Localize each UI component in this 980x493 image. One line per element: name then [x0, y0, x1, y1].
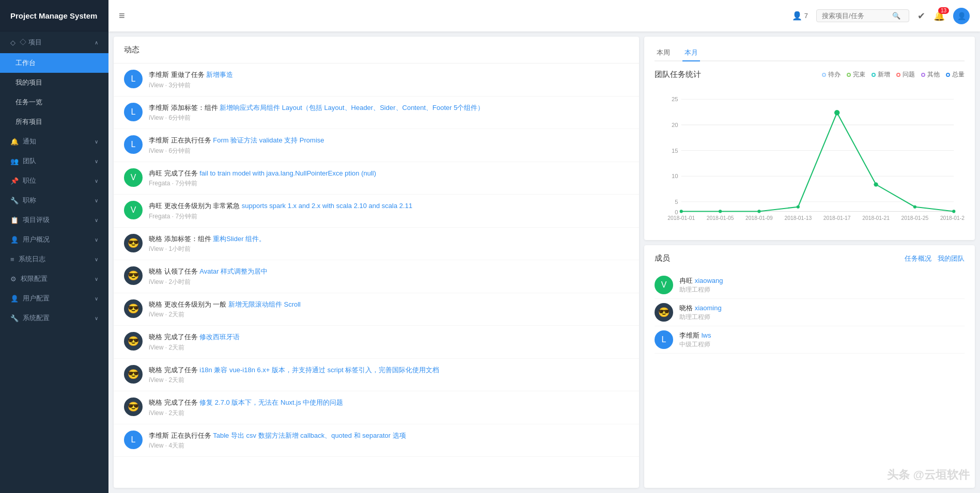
search-input[interactable]: [822, 12, 889, 20]
sidebar-group-team[interactable]: 👥 团队 ∨: [0, 151, 108, 171]
legend-label: 问题: [903, 70, 915, 79]
member-handle[interactable]: xiaowang: [695, 277, 723, 284]
sidebar-group-system-log[interactable]: ≡ 系统日志 ∨: [0, 249, 108, 269]
sidebar-group-position[interactable]: 📌 职位 ∨: [0, 171, 108, 190]
feed-user: 晓格: [149, 399, 162, 406]
feed-title: 动态: [114, 37, 639, 63]
svg-text:20: 20: [672, 122, 678, 128]
feed-action: 正在执行任务: [171, 432, 213, 439]
members-links: 任务概况 我的团队: [905, 254, 965, 263]
member-role: 助理工程师: [679, 285, 723, 294]
feed-task-link[interactable]: supports spark 1.x and 2.x with scala 2.…: [242, 202, 412, 210]
feed-task-link[interactable]: Form 验证方法 validate 支持 Promise: [213, 136, 324, 144]
sidebar-project-section[interactable]: ◇ ◇ 项目 ∧: [0, 31, 108, 53]
feed-time: 2天前: [168, 409, 184, 417]
permission-icon: ⚙: [10, 275, 17, 283]
sidebar-group-notice[interactable]: 🔔 通知 ∨: [0, 132, 108, 151]
legend-item: 总量: [946, 70, 965, 79]
feed-body: 晓格 添加标签：组件 重构Slider 组件。 iView · 1小时前: [149, 234, 629, 254]
right-panel: 本周 本月 团队任务统计 待办完束新增问题其他总量 25 20: [644, 37, 975, 488]
feed-item: L 李维斯 正在执行任务 Table 导出 csv 数据方法新增 callbac…: [114, 424, 639, 457]
legend-item: 问题: [896, 70, 915, 79]
tab-week[interactable]: 本周: [655, 45, 672, 61]
feed-task-link[interactable]: 新增事造: [206, 71, 233, 78]
chevron-down-icon: ∨: [95, 237, 98, 243]
feed-project: iView: [149, 442, 163, 449]
task-overview-link[interactable]: 任务概况: [905, 254, 931, 263]
feed-project: iView: [149, 409, 163, 417]
legend-item: 完束: [847, 70, 865, 79]
avatar-icon: 👤: [957, 12, 966, 20]
sidebar-group-user-config[interactable]: 👤 用户配置 ∨: [0, 289, 108, 308]
bell-icon[interactable]: 🔔 13: [934, 10, 945, 22]
sidebar-group-user-overview[interactable]: 👤 用户概况 ∨: [0, 230, 108, 249]
member-avatar: 😎: [655, 303, 673, 322]
feed-task-link[interactable]: fail to train model with java.lang.NullP…: [199, 169, 376, 177]
sidebar-group-title[interactable]: 🔧 职称 ∨: [0, 190, 108, 210]
sidebar-item-my-projects[interactable]: 我的项目: [0, 73, 108, 92]
svg-text:2018-01-21: 2018-01-21: [862, 215, 890, 221]
user-avatar[interactable]: 👤: [953, 8, 970, 24]
sidebar-item-workbench[interactable]: 工作台: [0, 53, 108, 73]
feed-action: 完成了任务: [164, 333, 200, 341]
search-box[interactable]: 🔍: [816, 9, 909, 22]
my-team-link[interactable]: 我的团队: [938, 254, 965, 263]
feed-task-link[interactable]: Avatar 样式调整为居中: [199, 267, 268, 275]
feed-item: 😎 晓格 完成了任务 修改西班牙语 iView · 2天前: [114, 326, 639, 359]
sidebar-group-permission[interactable]: ⚙ 权限配置 ∨: [0, 269, 108, 289]
member-handle[interactable]: xiaoming: [695, 304, 722, 312]
feed-task-link[interactable]: i18n 兼容 vue-i18n 6.x+ 版本，并支持通过 script 标签…: [199, 366, 439, 374]
svg-point-13: [719, 210, 722, 213]
feed-body: 晓格 更改任务级别为 一般 新增无限滚动组件 Scroll iView · 2天…: [149, 299, 629, 320]
chevron-up-icon: ∧: [95, 40, 98, 45]
feed-action: 更改任务级别为 非常紧急: [164, 202, 242, 210]
feed-avatar: 😎: [124, 266, 143, 285]
feed-main-text: 冉旺 更改任务级别为 非常紧急 supports spark 1.x and 2…: [149, 201, 629, 211]
sidebar-project-label: ◇ 项目: [20, 38, 42, 47]
feed-task-link[interactable]: 修改西班牙语: [199, 333, 240, 341]
tab-month[interactable]: 本月: [682, 45, 700, 61]
feed-project: Fregata: [149, 180, 170, 187]
feed-user: 晓格: [149, 235, 162, 243]
svg-point-17: [874, 182, 878, 186]
chevron-down-icon: ∨: [95, 139, 98, 145]
diamond-icon: ◇: [10, 39, 15, 46]
user-count-number: 7: [804, 12, 808, 20]
hamburger-icon[interactable]: ≡: [119, 10, 125, 22]
checkmark-icon[interactable]: ✔: [917, 10, 925, 22]
feed-task-link[interactable]: Table 导出 csv 数据方法新增 callback、quoted 和 se…: [213, 432, 406, 439]
sidebar-item-all-projects[interactable]: 所有项目: [0, 112, 108, 132]
feed-task-link[interactable]: 重构Slider 组件。: [213, 235, 266, 243]
feed-body: 冉旺 完成了任务 fail to train model with java.l…: [149, 168, 629, 188]
member-handle[interactable]: lws: [702, 331, 711, 339]
feed-meta: iView · 3分钟前: [149, 81, 629, 90]
feed-project: iView: [149, 147, 163, 154]
feed-main-text: 晓格 完成了任务 i18n 兼容 vue-i18n 6.x+ 版本，并支持通过 …: [149, 365, 629, 375]
feed-action: 添加标签：组件: [171, 104, 220, 112]
chevron-down-icon: ∨: [95, 198, 98, 203]
sidebar-group-system-config[interactable]: 🔧 系统配置 ∨: [0, 308, 108, 328]
svg-text:2018-01-29: 2018-01-29: [940, 215, 965, 221]
feed-main-text: 晓格 更改任务级别为 一般 新增无限滚动组件 Scroll: [149, 299, 629, 310]
feed-task-link[interactable]: 新增无限滚动组件 Scroll: [228, 300, 301, 308]
notice-icon: 🔔: [10, 138, 19, 146]
feed-user: 晓格: [149, 300, 162, 308]
feed-item: 😎 晓格 更改任务级别为 一般 新增无限滚动组件 Scroll iView · …: [114, 293, 639, 326]
sidebar-group-project-level[interactable]: 📋 项目评级 ∨: [0, 210, 108, 230]
feed-list: L 李维斯 重做了任务 新增事造 iView · 3分钟前 L 李维斯 添加标签…: [114, 63, 639, 457]
project-level-icon: 📋: [10, 216, 19, 224]
feed-action: 正在执行任务: [171, 136, 213, 144]
sidebar-item-task-list[interactable]: 任务一览: [0, 92, 108, 112]
notification-badge: 13: [938, 7, 949, 14]
search-icon: 🔍: [892, 12, 900, 20]
position-icon: 📌: [10, 177, 19, 185]
feed-task-link[interactable]: 修复 2.7.0 版本下，无法在 Nuxt.js 中使用的问题: [199, 399, 343, 406]
legend-label: 新增: [878, 70, 890, 79]
feed-task-link[interactable]: 新增响应式布局组件 Layout（包括 Layout、Header、Sider、…: [220, 104, 484, 112]
feed-time: 2天前: [168, 311, 184, 318]
user-icon: 👤: [792, 11, 802, 21]
feed-main-text: 冉旺 完成了任务 fail to train model with java.l…: [149, 168, 629, 179]
team-icon: 👥: [10, 157, 19, 165]
svg-text:5: 5: [675, 199, 678, 205]
feed-body: 晓格 完成了任务 修改西班牙语 iView · 2天前: [149, 332, 629, 352]
